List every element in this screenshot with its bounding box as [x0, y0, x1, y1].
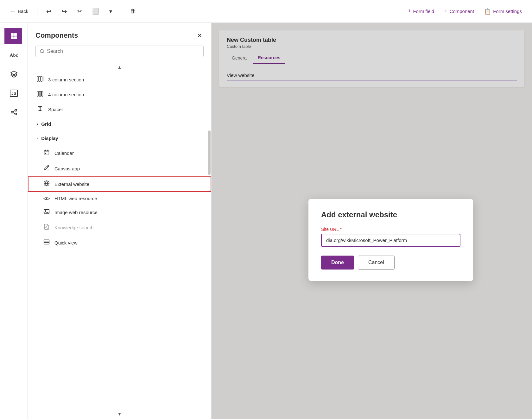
form-canvas: New Custom table Custom table General Re… [212, 23, 532, 419]
svg-point-34 [46, 227, 47, 228]
done-button[interactable]: Done [321, 256, 354, 270]
html-web-label: HTML web resource [54, 196, 97, 201]
svg-line-35 [48, 228, 48, 229]
js-icon: JS [10, 90, 18, 97]
svg-rect-19 [42, 91, 43, 96]
text-icon: Abc [10, 53, 18, 58]
chevron-right-icon: › [37, 122, 38, 126]
site-url-label: Site URL * [321, 227, 460, 232]
undo-button[interactable]: ↩ [44, 6, 54, 17]
search-icon [40, 49, 44, 54]
component-group-grid[interactable]: › Grid [28, 117, 211, 131]
redo-button[interactable]: ↪ [59, 6, 70, 17]
knowledge-search-icon [43, 224, 50, 232]
chevron-down-icon: ▾ [109, 8, 112, 15]
nav-icon-layers[interactable] [6, 66, 22, 82]
globe-icon [43, 180, 50, 188]
scroll-thumb[interactable] [208, 130, 211, 175]
search-box[interactable] [35, 46, 204, 57]
component-list: 3-column section 4-column section [28, 72, 211, 409]
component-item-quick-view[interactable]: Quick view [28, 235, 211, 250]
required-indicator: * [340, 227, 341, 232]
component-item-image-web[interactable]: Image web resource [28, 205, 211, 220]
cut-icon: ✂ [77, 8, 82, 15]
component-item-4col[interactable]: 4-column section [28, 87, 211, 102]
component-item-canvas-app[interactable]: Canvas app [28, 161, 211, 176]
components-panel: Components ✕ ▲ [28, 23, 212, 419]
svg-line-9 [13, 112, 15, 114]
form-settings-button[interactable]: 📋 Form settings [482, 6, 524, 17]
modal-overlay: Add external website Site URL * Done Can… [212, 23, 532, 419]
component-item-html-web[interactable]: </> HTML web resource [28, 192, 211, 205]
site-url-input[interactable] [321, 234, 460, 247]
3col-label: 3-column section [48, 77, 84, 82]
quick-view-label: Quick view [54, 240, 78, 245]
back-label: Back [18, 9, 28, 14]
svg-point-7 [15, 113, 17, 115]
separator-1 [37, 6, 37, 16]
image-web-label: Image web resource [54, 210, 98, 215]
calendar-icon [43, 149, 50, 157]
panel-title: Components [35, 31, 78, 40]
svg-rect-17 [39, 91, 40, 96]
svg-rect-3 [14, 36, 17, 39]
grid-group-label: Grid [41, 121, 51, 127]
search-input[interactable] [47, 48, 200, 54]
component-item-external-website[interactable]: External website [28, 176, 211, 192]
svg-point-10 [40, 49, 43, 53]
plus-icon-component: + [444, 8, 448, 15]
svg-point-5 [11, 111, 13, 113]
panel-header: Components ✕ [28, 23, 211, 46]
scroll-down-arrow[interactable]: ▼ [28, 409, 211, 419]
back-button[interactable]: ← Back [8, 6, 31, 16]
component-item-3col[interactable]: 3-column section [28, 72, 211, 87]
redo-icon: ↪ [62, 8, 67, 15]
calendar-label: Calendar [54, 150, 74, 156]
plus-icon-form-field: + [408, 8, 411, 15]
icon-nav: Abc JS [0, 23, 28, 419]
panel-close-button[interactable]: ✕ [196, 30, 204, 41]
add-form-field-button[interactable]: + Form field [405, 6, 437, 16]
svg-line-11 [43, 52, 44, 53]
modal-box: Add external website Site URL * Done Can… [308, 199, 473, 281]
svg-rect-15 [43, 76, 43, 81]
svg-rect-18 [40, 91, 41, 96]
svg-rect-1 [14, 33, 17, 36]
form-field-label: Form field [413, 9, 434, 14]
canvas-app-label: Canvas app [54, 166, 80, 171]
svg-rect-14 [41, 76, 42, 81]
html-icon: </> [43, 196, 50, 201]
svg-rect-12 [37, 76, 38, 81]
svg-rect-27 [45, 153, 46, 154]
layers-icon [10, 70, 18, 78]
svg-rect-16 [37, 91, 38, 96]
image-icon [43, 209, 50, 216]
cut-button[interactable]: ✂ [75, 6, 85, 17]
nav-icon-grid[interactable] [6, 28, 22, 44]
component-group-display[interactable]: ‹ Display [28, 131, 211, 145]
paste-button[interactable]: ⬜ [90, 6, 102, 17]
nav-icon-text[interactable]: Abc [6, 47, 22, 63]
modal-buttons: Done Cancel [321, 256, 460, 270]
component-item-spacer[interactable]: Spacer [28, 102, 211, 117]
dropdown-button[interactable]: ▾ [107, 6, 115, 17]
back-arrow-icon: ← [10, 8, 16, 15]
3col-icon [37, 76, 44, 83]
scroll-up-arrow[interactable]: ▲ [28, 62, 211, 72]
svg-point-6 [15, 109, 17, 111]
component-item-knowledge-search: Knowledge search [28, 220, 211, 235]
svg-point-29 [45, 170, 45, 170]
add-component-button[interactable]: + Component [442, 6, 477, 16]
component-item-calendar[interactable]: Calendar [28, 145, 211, 161]
cancel-button[interactable]: Cancel [358, 256, 395, 270]
delete-button[interactable]: 🗑 [128, 6, 138, 16]
delete-icon: 🗑 [130, 8, 136, 15]
svg-marker-4 [11, 71, 17, 75]
nav-icon-js[interactable]: JS [6, 85, 22, 101]
nav-icon-connect[interactable] [6, 104, 22, 120]
grid-icon [10, 32, 18, 40]
canvas-app-icon [43, 165, 50, 173]
svg-rect-23 [44, 150, 49, 155]
knowledge-search-label: Knowledge search [54, 225, 93, 230]
external-website-label: External website [54, 181, 89, 187]
